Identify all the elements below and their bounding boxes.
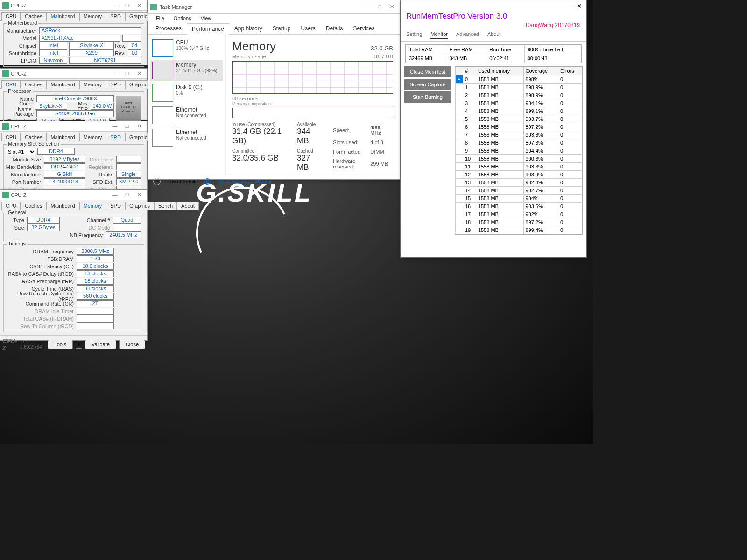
chevron-up-icon[interactable]: ^ (153, 178, 161, 185)
perf-card-eth[interactable]: EthernetNot connected (150, 105, 223, 126)
table-row[interactable]: 191558 MB899.4%0 (456, 226, 582, 234)
tab-caches[interactable]: Caches (21, 133, 46, 141)
open-resource-monitor-link[interactable]: Open Resource Monitor (217, 179, 272, 184)
minimize-button[interactable]: — (109, 190, 121, 200)
tab-performance[interactable]: Performance (187, 23, 229, 35)
tab-services[interactable]: Services (348, 23, 380, 34)
screen-capture-button[interactable]: Screen Capture (404, 79, 451, 90)
tab-startup[interactable]: Startup (268, 23, 296, 34)
maximize-button[interactable]: □ (121, 69, 133, 78)
table-row[interactable]: 41558 MB899.1%0 (456, 107, 582, 115)
titlebar[interactable]: CPU-Z—□✕ (0, 69, 147, 79)
titlebar[interactable]: CPU-Z—□✕ (0, 121, 147, 132)
perf-card-eth[interactable]: EthernetNot connected (150, 127, 223, 148)
tab-details[interactable]: Details (321, 23, 348, 34)
col-header[interactable]: Used memory (476, 67, 523, 75)
tab-spd[interactable]: SPD (106, 133, 125, 141)
close-button[interactable]: Close (119, 340, 145, 349)
validate-button[interactable]: Validate (85, 340, 116, 349)
close-memtest-button[interactable]: Close MemTest (404, 66, 451, 77)
tab-memory[interactable]: Memory (79, 80, 106, 89)
table-row[interactable]: 11558 MB898.9%0 (456, 84, 582, 91)
table-row[interactable]: 171558 MB902%0 (456, 210, 582, 218)
tab-users[interactable]: Users (296, 23, 320, 34)
menu-file[interactable]: File (151, 14, 169, 22)
tab-cpu[interactable]: CPU (1, 80, 21, 89)
tab-graphics[interactable]: Graphics (125, 202, 154, 210)
tab-about[interactable]: About (487, 31, 501, 39)
table-row[interactable]: 31558 MB904.1%0 (456, 99, 582, 107)
perf-card-mem[interactable]: Memory31.4/31.7 GB (99%) (150, 60, 223, 81)
maximize-button[interactable]: □ (121, 1, 133, 10)
menu-view[interactable]: View (196, 14, 217, 22)
table-row[interactable]: 111558 MB903.3%0 (456, 163, 582, 171)
table-row[interactable]: 141558 MB902.7%0 (456, 187, 582, 195)
tab-cpu[interactable]: CPU (1, 202, 21, 210)
close-button[interactable]: ✕ (386, 2, 398, 12)
tab-mainboard[interactable]: Mainboard (47, 133, 79, 141)
table-row[interactable]: 21558 MB898.9%0 (456, 91, 582, 99)
results-grid[interactable]: #Used memoryCoverageErrors▸01558 MB898%0… (455, 66, 583, 235)
table-row[interactable]: 61558 MB897.2%0 (456, 123, 582, 131)
tab-bench[interactable]: Bench (154, 202, 177, 210)
table-row[interactable]: 91558 MB904.4%0 (456, 147, 582, 155)
maximize-button[interactable]: □ (374, 2, 386, 12)
tab-mainboard[interactable]: Mainboard (47, 80, 79, 89)
table-row[interactable]: 101558 MB900.6%0 (456, 155, 582, 163)
close-button[interactable]: ✕ (133, 122, 145, 131)
table-row[interactable]: 51558 MB903.7%0 (456, 115, 582, 123)
tab-mainboard[interactable]: Mainboard (47, 12, 79, 21)
col-header[interactable]: # (463, 67, 476, 75)
tab-spd[interactable]: SPD (106, 80, 125, 89)
tab-memory[interactable]: Memory (79, 202, 106, 210)
tab-app-history[interactable]: App history (229, 23, 268, 34)
col-header[interactable]: Errors (558, 67, 582, 75)
minimize-button[interactable]: — (361, 2, 374, 12)
col-header[interactable]: Coverage (523, 67, 558, 75)
table-row[interactable]: 131558 MB902.4%0 (456, 179, 582, 187)
maximize-button[interactable]: □ (121, 122, 133, 131)
close-button[interactable]: ✕ (133, 1, 145, 10)
titlebar[interactable]: CPU-Z—□✕ (0, 190, 147, 200)
tab-caches[interactable]: Caches (21, 12, 46, 21)
tab-advanced[interactable]: Advanced (456, 31, 479, 39)
start-burning-button[interactable]: Start Burning (404, 91, 451, 103)
tab-about[interactable]: About (177, 202, 199, 210)
tab-cpu[interactable]: CPU (1, 133, 21, 141)
tools-button[interactable]: Tools (48, 340, 73, 349)
perf-card-disk[interactable]: Disk 0 (C:)0% (150, 82, 223, 104)
slot-select[interactable]: Slot #1 (6, 148, 36, 155)
tab-monitor[interactable]: Monitor (430, 31, 448, 39)
tab-processes[interactable]: Processes (150, 23, 187, 34)
table-row[interactable]: 151558 MB904%0 (456, 195, 582, 203)
tab-memory[interactable]: Memory (79, 133, 106, 141)
fewer-details-link[interactable]: Fewer details (167, 179, 197, 184)
close-button[interactable]: ✕ (133, 190, 145, 200)
tab-caches[interactable]: Caches (21, 202, 46, 210)
table-row[interactable]: ▸01558 MB898%0 (456, 75, 582, 84)
tab-cpu[interactable]: CPU (1, 12, 21, 21)
dropdown-icon[interactable]: ▾ (76, 341, 82, 349)
table-row[interactable]: 71558 MB903.3%0 (456, 131, 582, 139)
tab-spd[interactable]: SPD (106, 12, 125, 21)
titlebar[interactable]: Task Manager—□✕ (148, 0, 400, 14)
minimize-button[interactable]: — (109, 1, 121, 10)
perf-card-cpu[interactable]: CPU100% 3.47 GHz (150, 37, 223, 59)
close-button[interactable]: ✕ (574, 2, 585, 10)
table-row[interactable]: 81558 MB897.3%0 (456, 139, 582, 147)
minimize-button[interactable]: — (564, 2, 574, 10)
menu-options[interactable]: Options (169, 14, 196, 22)
titlebar[interactable]: CPU-Z—□✕ (0, 0, 147, 11)
table-row[interactable]: 181558 MB897.2%0 (456, 218, 582, 226)
minimize-button[interactable]: — (109, 122, 121, 131)
tab-spd[interactable]: SPD (106, 202, 125, 210)
tab-setting[interactable]: Setting (406, 31, 422, 39)
tab-caches[interactable]: Caches (21, 80, 46, 89)
table-row[interactable]: 161558 MB903.5%0 (456, 203, 582, 210)
maximize-button[interactable]: □ (121, 190, 133, 200)
minimize-button[interactable]: — (109, 69, 121, 78)
table-row[interactable]: 121558 MB908.9%0 (456, 171, 582, 179)
titlebar[interactable]: —✕ (401, 0, 586, 12)
tab-mainboard[interactable]: Mainboard (47, 202, 79, 210)
close-button[interactable]: ✕ (133, 69, 145, 78)
